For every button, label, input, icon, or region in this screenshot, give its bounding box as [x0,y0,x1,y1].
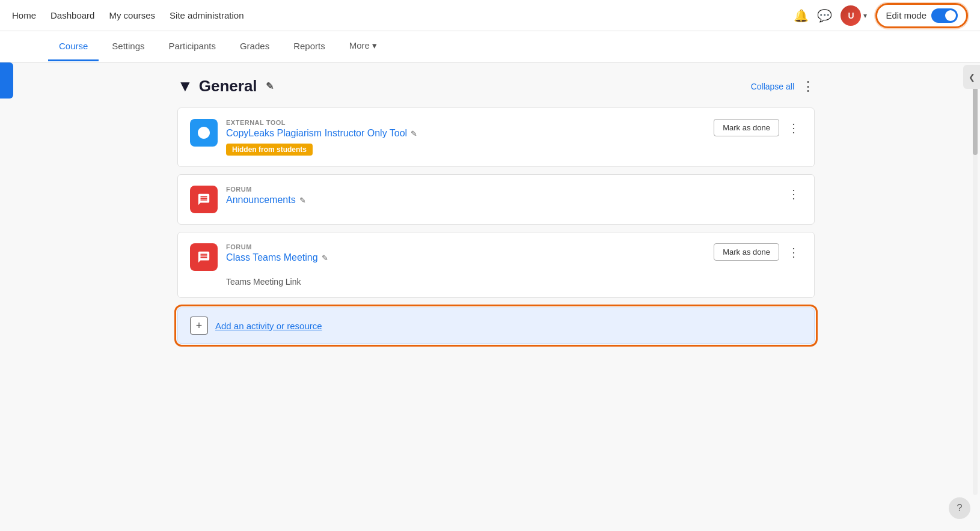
left-accent-bar [0,62,13,99]
mark-as-done-button-teams[interactable]: Mark as done [714,243,779,261]
sidebar-toggle-button[interactable]: ❮ [963,65,980,89]
add-plus-icon: + [190,317,208,335]
mark-as-done-button-copyleaks[interactable]: Mark as done [714,119,779,136]
top-nav-right: 🔔 💬 U ▾ Edit mode [794,3,968,28]
edit-mode-switch[interactable] [931,8,958,23]
edit-mode-label: Edit mode [886,10,926,20]
nav-home[interactable]: Home [12,10,36,20]
teams-meeting-link[interactable]: Teams Meeting Link [190,277,802,287]
notifications-icon[interactable]: 🔔 [794,8,809,23]
activity-name-announcements[interactable]: Announcements ✎ [226,195,785,205]
messages-icon[interactable]: 💬 [817,8,832,23]
activity-icon-copyleaks [190,119,218,147]
section-title: ▼ General ✎ [177,77,274,96]
activity-left: FORUM Announcements ✎ [190,186,785,213]
tab-grades[interactable]: Grades [229,32,280,61]
tab-more[interactable]: More ▾ [338,32,388,61]
activity-inner: FORUM Announcements ✎ ⋮ [190,186,802,213]
activity-left: EXTERNAL TOOL CopyLeaks Plagiarism Instr… [190,119,714,156]
tab-course[interactable]: Course [48,32,99,61]
add-activity-label: Add an activity or resource [215,321,322,331]
edit-mode-toggle-container[interactable]: Edit mode [875,3,968,28]
top-navigation: Home Dashboard My courses Site administr… [0,0,980,31]
activity-type-label: FORUM [226,186,785,193]
avatar-chevron: ▾ [863,11,867,20]
scrollbar[interactable] [973,65,978,380]
tab-reports[interactable]: Reports [283,32,336,61]
chevron-left-icon: ❮ [969,73,975,82]
user-avatar-wrapper[interactable]: U ▾ [841,5,867,26]
toggle-knob [945,10,956,21]
activity-info-copyleaks: EXTERNAL TOOL CopyLeaks Plagiarism Instr… [226,119,714,156]
activity-inner: EXTERNAL TOOL CopyLeaks Plagiarism Instr… [190,119,802,156]
section-edit-pencil-icon[interactable]: ✎ [266,80,274,92]
section-collapse-chevron[interactable]: ▼ [177,77,193,96]
activity-name-pencil-icon[interactable]: ✎ [299,196,306,205]
activity-more-dots-icon-announcements[interactable]: ⋮ [785,186,802,202]
nav-site-administration[interactable]: Site administration [170,10,243,20]
activity-right-copyleaks: Mark as done ⋮ [714,119,802,136]
scroll-thumb[interactable] [973,83,978,155]
activity-inner: FORUM Class Teams Meeting ✎ Mark as done… [190,243,802,271]
activity-more-dots-icon-copyleaks[interactable]: ⋮ [785,120,802,136]
activity-card-copyleaks: EXTERNAL TOOL CopyLeaks Plagiarism Instr… [177,108,815,167]
collapse-all-link[interactable]: Collapse all [751,82,794,91]
section-actions: Collapse all ⋮ [751,80,815,93]
nav-dashboard[interactable]: Dashboard [51,10,94,20]
activity-more-dots-icon-teams[interactable]: ⋮ [785,244,802,261]
tab-settings[interactable]: Settings [101,32,155,61]
section-header: ▼ General ✎ Collapse all ⋮ [177,77,815,96]
hidden-badge: Hidden from students [226,144,313,156]
activity-icon-teams-meeting [190,243,218,271]
section-more-dots-icon[interactable]: ⋮ [801,80,815,93]
activity-card-announcements: FORUM Announcements ✎ ⋮ [177,174,815,225]
activity-right-teams-meeting: Mark as done ⋮ [714,243,802,261]
activity-right-announcements: ⋮ [785,186,802,202]
activity-type-label: FORUM [226,243,714,250]
activity-left: FORUM Class Teams Meeting ✎ [190,243,714,271]
add-activity-container[interactable]: + Add an activity or resource [177,308,815,344]
top-nav-links: Home Dashboard My courses Site administr… [12,10,244,20]
avatar: U [841,5,861,26]
activity-card-teams-meeting: FORUM Class Teams Meeting ✎ Mark as done… [177,232,815,298]
tab-participants[interactable]: Participants [158,32,227,61]
activity-info-teams-meeting: FORUM Class Teams Meeting ✎ [226,243,714,263]
activity-icon-announcements [190,186,218,213]
activity-name-pencil-icon[interactable]: ✎ [322,253,328,262]
nav-my-courses[interactable]: My courses [109,10,155,20]
activity-type-label: EXTERNAL TOOL [226,119,714,126]
activity-name-teams-meeting[interactable]: Class Teams Meeting ✎ [226,252,714,263]
section-title-text: General [199,77,257,96]
activity-info-announcements: FORUM Announcements ✎ [226,186,785,205]
course-tabs: Course Settings Participants Grades Repo… [0,31,980,62]
main-content: ▼ General ✎ Collapse all ⋮ E [129,62,851,380]
activity-name-copyleaks[interactable]: CopyLeaks Plagiarism Instructor Only Too… [226,128,714,139]
activity-name-pencil-icon[interactable]: ✎ [411,129,417,138]
